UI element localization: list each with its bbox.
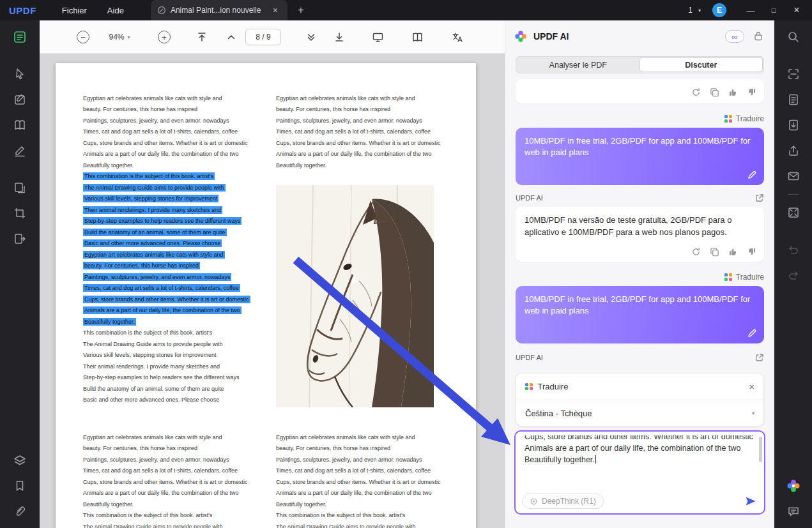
highlighted-text: beauty. For centuries, this horse has in… [83, 262, 200, 269]
edit-pdf-button[interactable] [7, 87, 33, 112]
copy-icon[interactable] [710, 87, 719, 97]
document-tab[interactable]: Animal Paint...ion nouvelle × [151, 0, 287, 20]
chevron-down-icon: ▾ [752, 411, 755, 416]
comments-panel-button[interactable] [781, 499, 806, 524]
layers-button[interactable] [7, 448, 33, 473]
text-line: The Animal Drawing Guide aims to provide… [83, 521, 248, 528]
regenerate-icon[interactable] [691, 87, 701, 97]
translate-card-title: Traduire [538, 382, 569, 391]
regenerate-icon[interactable] [691, 247, 701, 257]
zoom-value: 94% [109, 33, 124, 41]
lock-icon [754, 31, 763, 41]
close-window-button[interactable]: × [785, 0, 808, 20]
user-message-bubble: 10MB/PDF in free trial, 2GB/PDF for app … [516, 286, 764, 343]
redo-button[interactable] [781, 262, 806, 288]
updf-ai-panel: UPDF AI ∞ Analyser le PDF Discuter Tradu… [505, 20, 774, 528]
tab-discuter[interactable]: Discuter [640, 57, 763, 72]
select-tool-button[interactable] [7, 61, 33, 87]
comment-mode-button[interactable] [7, 24, 33, 50]
text-line: Beautifully together. [83, 499, 248, 510]
pages-icon [13, 181, 26, 194]
mail-icon [787, 170, 800, 183]
text-line: Beautifully together. [276, 160, 441, 171]
crop-button[interactable] [7, 200, 33, 226]
quota-pill-button[interactable]: ∞ [725, 30, 744, 43]
copy-icon[interactable] [710, 247, 719, 257]
next-page-button[interactable] [305, 29, 317, 45]
updf-ai-logo-icon [514, 30, 527, 43]
document-toolbar: − 94% ▾ + 8 / 9 [40, 20, 505, 54]
thumbs-up-icon[interactable] [728, 87, 738, 97]
text-line: Egyptian art celebrates animals like cat… [83, 249, 250, 260]
send-button[interactable] [745, 496, 756, 506]
presentation-mode-button[interactable] [372, 29, 384, 45]
menu-aide[interactable]: Aide [97, 0, 134, 20]
menu-fichier[interactable]: Fichier [52, 0, 97, 20]
maximize-button[interactable]: □ [762, 0, 785, 20]
text-line: Times, cat and dog art sells a lot of t-… [276, 126, 441, 138]
open-external-icon[interactable] [755, 193, 764, 202]
reader-mode-button[interactable] [7, 112, 33, 138]
translate-card: Traduire × Čeština - Tchèque ▾ [516, 373, 764, 426]
text-line: This combination is the subject of this … [83, 171, 250, 183]
last-page-button[interactable] [333, 29, 345, 45]
mail-button[interactable] [781, 163, 806, 189]
search-icon [787, 31, 800, 43]
avatar[interactable]: E [712, 3, 726, 17]
pen-icon [13, 144, 26, 157]
convert-icon [13, 232, 26, 245]
export-page-button[interactable] [781, 112, 806, 138]
thumbs-up-icon[interactable] [728, 247, 738, 257]
convert-button[interactable] [7, 226, 33, 252]
thumbs-down-icon[interactable] [747, 247, 756, 257]
zoom-out-button[interactable]: − [77, 29, 89, 45]
search-button[interactable] [781, 24, 806, 50]
previous-page-button[interactable] [226, 29, 237, 45]
attachment-button[interactable] [7, 499, 33, 524]
document-viewport[interactable]: Egyptian art celebrates animals like cat… [40, 54, 505, 528]
close-icon[interactable]: × [749, 381, 755, 392]
summarize-button[interactable] [781, 87, 806, 112]
chevron-up-icon [226, 31, 237, 43]
undo-button[interactable] [781, 237, 806, 262]
annotate-button[interactable] [7, 138, 33, 163]
tab-count-dropdown[interactable]: 1 ▾ [688, 6, 701, 15]
edit-pencil-icon[interactable] [747, 329, 756, 338]
share-button[interactable] [781, 138, 806, 163]
chevron-down-icon: ▾ [698, 8, 701, 13]
translate-card-header: Traduire × [516, 373, 763, 400]
tab-close-icon[interactable]: × [270, 5, 281, 15]
compress-button[interactable] [781, 200, 806, 225]
page-indicator: 8 / 9 [245, 29, 281, 45]
language-select[interactable]: Čeština - Tchèque ▾ [516, 400, 763, 426]
translate-input-box[interactable]: Cups, store brands and other items. Whet… [514, 430, 765, 515]
text-line: Cups, store brands and other items. Whet… [83, 476, 248, 488]
new-tab-button[interactable]: + [295, 4, 307, 17]
tab-analyser-le-pdf[interactable]: Analyser le PDF [517, 57, 640, 72]
send-icon [745, 496, 756, 506]
minimize-button[interactable]: — [739, 0, 762, 20]
updf-ai-button[interactable] [781, 473, 806, 499]
organize-pages-button[interactable] [7, 175, 33, 200]
text-line: Egyptian art celebrates animals like cat… [276, 93, 441, 104]
edit-pencil-icon[interactable] [747, 170, 756, 179]
pdf-page[interactable]: Egyptian art celebrates animals like cat… [56, 63, 476, 528]
zoom-level-dropdown[interactable]: 94% ▾ [101, 29, 138, 45]
input-scrollbar[interactable] [759, 437, 762, 462]
ai-reply-bubble: 10MB/PDF na versão de teste gratuita, 2G… [516, 207, 764, 262]
translate-input-textarea[interactable]: Cups, store brands and other items. Whet… [525, 435, 755, 489]
bookmark-button[interactable] [7, 473, 33, 499]
updf-ai-icon [786, 479, 801, 493]
open-external-icon[interactable] [755, 353, 764, 362]
text-line: Animals are a part of our daily life, th… [83, 305, 250, 317]
page-layout-button[interactable] [411, 29, 424, 45]
translate-page-button[interactable] [451, 29, 463, 45]
thumbs-down-icon[interactable] [747, 87, 756, 97]
page-indicator-box[interactable]: 8 / 9 [245, 29, 281, 45]
ocr-button[interactable] [781, 61, 806, 87]
first-page-button[interactable] [196, 29, 208, 45]
text-line: Step-by-step examples to help readers se… [83, 216, 250, 227]
deepthink-icon [530, 497, 538, 506]
deepthink-toggle-button[interactable]: DeepThink (R1) [522, 494, 604, 509]
zoom-in-button[interactable]: + [158, 29, 171, 45]
